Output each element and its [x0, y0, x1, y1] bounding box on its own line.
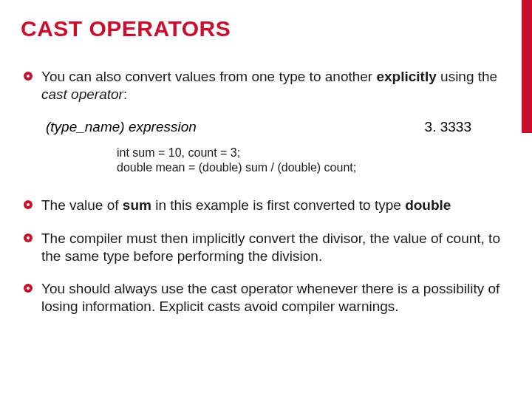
syntax-close: ) — [120, 119, 129, 134]
b1-explicitly: explicitly — [376, 69, 436, 84]
accent-bar — [522, 0, 532, 133]
b2-text-b: in this example is first converted to ty… — [151, 197, 405, 213]
code-block: int sum = 10, count = 3; double mean = (… — [21, 146, 501, 177]
code-line-1: int sum = 10, count = 3; — [117, 146, 501, 161]
bullet-list-2: The value of sum in this example is firs… — [21, 197, 501, 316]
b1-text-c: : — [123, 86, 127, 102]
b1-text-a: You can also convert values from one typ… — [41, 69, 376, 84]
syntax-expression: (type_name) expression — [46, 119, 197, 135]
bullet-4: You should always use the cast operator … — [21, 280, 501, 316]
b1-castop: cast operator — [41, 86, 123, 102]
code-line-2: double mean = (double) sum / (double) co… — [117, 160, 501, 176]
bullet-list: You can also convert values from one typ… — [21, 68, 501, 104]
bullet-3: The compiler must then implicitly conver… — [21, 230, 501, 266]
bullet-2: The value of sum in this example is firs… — [21, 197, 501, 214]
syntax-row: (type_name) expression 3. 3333 — [21, 119, 501, 135]
b2-sum: sum — [123, 197, 151, 213]
b1-text-b: using the — [437, 69, 497, 84]
syntax-expr: expression — [129, 119, 197, 134]
syntax-typename: type_name — [50, 119, 120, 134]
b2-double: double — [405, 197, 451, 213]
b2-text-a: The value of — [41, 197, 123, 213]
bullet-1: You can also convert values from one typ… — [21, 68, 501, 104]
page-title: CAST OPERATORS — [21, 16, 501, 41]
result-value: 3. 3333 — [425, 119, 501, 135]
